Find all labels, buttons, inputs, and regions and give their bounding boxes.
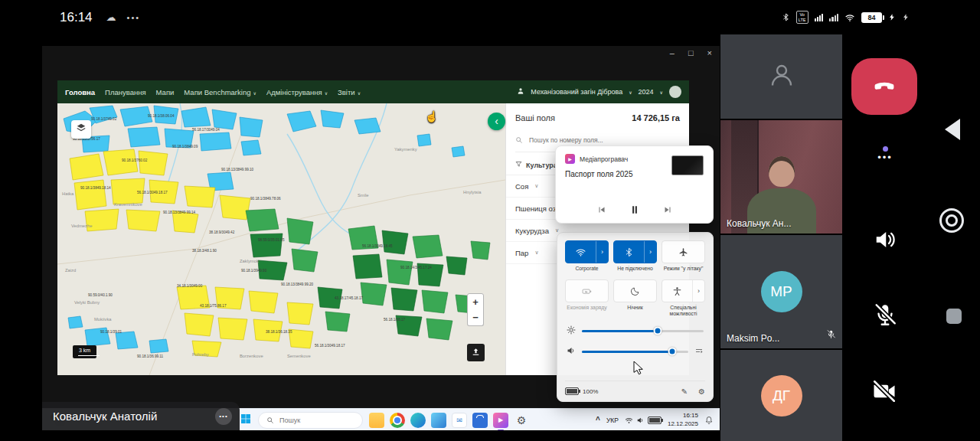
chevron-right-icon[interactable]: › (596, 241, 608, 263)
notifications-bell-icon[interactable] (704, 416, 714, 425)
svg-text:56.18.1/3049.18.17: 56.18.1/3049.18.17 (315, 344, 345, 348)
collapse-panel-button[interactable] (488, 113, 505, 130)
brightness-thumb[interactable] (653, 327, 662, 335)
settings-icon[interactable]: ⚙ (514, 413, 529, 428)
qs-tile-wifi[interactable]: › (565, 240, 609, 263)
close-button[interactable]: × (707, 48, 712, 57)
participant-tile-avatar[interactable]: MP Maksim Po... (720, 235, 842, 348)
svg-text:90.18.13/3849.99.14: 90.18.13/3849.99.14 (163, 211, 196, 214)
file-explorer-icon[interactable] (369, 413, 384, 428)
avatar[interactable] (669, 86, 681, 98)
qs-tile-battery-saver[interactable] (565, 279, 609, 302)
store-icon[interactable] (472, 413, 488, 428)
field-polygons[interactable] (64, 106, 490, 357)
status-time: 16:14 (60, 10, 93, 25)
qs-tile-night-light[interactable] (613, 279, 657, 302)
qs-label-bluetooth: Не підключено (613, 266, 657, 277)
year-selector[interactable]: 2024 (639, 88, 654, 96)
nav-item-6[interactable]: Звіти (338, 88, 361, 96)
qs-tile-airplane[interactable] (662, 240, 705, 263)
night-light-icon (614, 280, 656, 302)
svg-text:90.18.1/3849.18.14: 90.18.1/3849.18.14 (80, 186, 111, 190)
android-back-button[interactable] (945, 119, 960, 140)
brightness-slider[interactable] (582, 330, 704, 332)
presenter-more-button[interactable]: ••• (215, 408, 232, 425)
chrome-icon[interactable] (390, 413, 405, 428)
android-home-button[interactable] (939, 208, 964, 233)
svg-text:43.18.1/75.86.17: 43.18.1/75.86.17 (200, 304, 227, 308)
presenter-overlay[interactable]: Ковальчук Анатолій ••• (42, 402, 240, 430)
zoom-in-button[interactable]: + (467, 293, 484, 310)
android-recents-button[interactable] (946, 309, 962, 324)
svg-text:38.18.9/3049.42: 38.18.9/3049.42 (209, 230, 235, 234)
svg-text:38.18.1/36.18.35: 38.18.1/36.18.35 (266, 330, 292, 334)
start-button[interactable] (240, 413, 252, 428)
participant-tile-video[interactable]: Ковальчук Ан... (720, 120, 842, 234)
svg-text:Velyki Bubny: Velyki Bubny (74, 300, 100, 305)
qs-grid: ››CorporateНе підключеноРежим "у літаку"… (565, 240, 705, 317)
end-call-button[interactable] (851, 58, 917, 115)
svg-text:43.18.17/45.18.17: 43.18.17/45.18.17 (335, 296, 363, 300)
nav-item-5[interactable]: Адміністрування (266, 88, 328, 96)
zoom-out-button[interactable]: − (467, 309, 484, 326)
volume-row (567, 345, 704, 358)
mail-icon[interactable]: ✉ (452, 413, 467, 428)
mouse-cursor (633, 361, 644, 378)
chevron-down-icon[interactable] (534, 250, 538, 256)
qs-tile-bluetooth[interactable]: › (613, 240, 657, 263)
qs-battery-status[interactable]: 100% (565, 387, 598, 395)
participant-tile-empty[interactable] (720, 34, 842, 119)
photos-icon[interactable] (431, 413, 446, 428)
org-selector[interactable]: Механізований загін Діброва (531, 88, 622, 96)
maximize-button[interactable]: □ (688, 48, 694, 57)
chevron-down-icon[interactable] (534, 183, 538, 189)
crop-filter-label: Культура (526, 162, 557, 169)
notification-dot (883, 146, 888, 152)
nav-item-1[interactable]: Головна (65, 88, 95, 96)
svg-text:56.18.1/3049.18.17: 56.18.1/3049.18.17 (137, 191, 168, 194)
qs-label-battery-saver: Економія заряду (565, 305, 609, 317)
speaker-toggle-button[interactable] (871, 227, 899, 255)
taskbar-search[interactable] (258, 412, 363, 429)
camera-toggle-button[interactable] (868, 377, 900, 409)
media-player-popup[interactable]: Медіапрогравач Паспорт поля 2025 (555, 145, 714, 224)
mic-toggle-button[interactable] (870, 301, 900, 332)
next-track-icon[interactable] (663, 205, 672, 214)
nav-item-2[interactable]: Планування (105, 88, 146, 96)
map-canvas[interactable]: HatkaKravemnikoveVedmezheZaizdVelyki Bub… (57, 103, 505, 375)
edge-icon[interactable] (410, 413, 426, 428)
nav-item-4[interactable]: Мапи Benchmarking (184, 88, 256, 96)
qs-tile-accessibility[interactable]: › (662, 279, 705, 302)
participant-tile-avatar-2[interactable]: ДГ (720, 350, 842, 441)
svg-text:90.18.1/3760.02: 90.18.1/3760.02 (122, 158, 148, 162)
map-scale: 3 km (73, 345, 96, 358)
settings-gear-icon[interactable]: ⚙ (698, 387, 705, 396)
more-options-button[interactable]: ••• (867, 146, 903, 162)
crop-name: Соя (515, 182, 528, 191)
system-tray-status[interactable] (625, 413, 662, 427)
charging-bolt-icon (888, 12, 896, 22)
battery-saver-icon (566, 280, 608, 302)
volume-slider[interactable] (582, 351, 688, 353)
chevron-right-icon[interactable]: › (692, 280, 704, 302)
nav-item-3[interactable]: Мапи (156, 88, 175, 96)
media-player-icon[interactable]: ▶ (493, 413, 508, 428)
tray-expand-icon[interactable]: ^ (596, 416, 600, 424)
previous-track-icon[interactable] (597, 205, 606, 214)
taskbar-search-input[interactable] (278, 416, 354, 425)
field-search-input[interactable] (528, 136, 680, 145)
minimize-button[interactable]: – (670, 48, 675, 57)
audio-output-picker-icon[interactable] (694, 345, 704, 358)
map-layers-button[interactable] (71, 120, 91, 139)
language-indicator[interactable]: УКР (606, 416, 619, 424)
edit-quick-settings-icon[interactable]: ✎ (681, 387, 688, 396)
svg-text:Hatka: Hatka (62, 191, 74, 196)
taskbar-clock[interactable]: 16:15 12.12.2025 (668, 412, 698, 428)
screen-share-view[interactable]: – □ × ГоловнаПлануванняМапиМапи Benchmar… (42, 46, 720, 430)
volume-thumb[interactable] (668, 348, 677, 356)
brightness-icon (567, 324, 576, 338)
chevron-right-icon[interactable]: › (644, 241, 656, 263)
qs-label-wifi: Corporate (565, 266, 609, 277)
pause-icon[interactable] (629, 204, 640, 215)
map-extent-button[interactable] (467, 344, 485, 361)
